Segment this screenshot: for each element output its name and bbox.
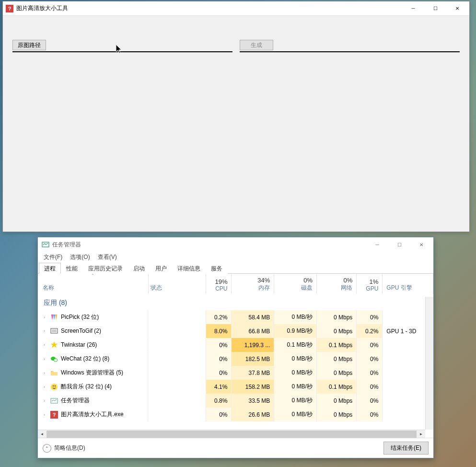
col-network[interactable]: 0%网络 <box>316 274 356 294</box>
source-image-box <box>12 51 232 52</box>
proc-memory: 158.2 MB <box>232 380 274 394</box>
col-memory[interactable]: 34%内存 <box>232 274 274 294</box>
tab-6[interactable]: 服务 <box>206 263 228 274</box>
fewer-details-button[interactable]: ⌃ 简略信息(D) <box>43 444 85 453</box>
col-name[interactable]: ⌃名称 <box>38 274 148 294</box>
expand-icon[interactable]: › <box>44 328 47 333</box>
generate-button[interactable]: 生成 <box>240 40 273 50</box>
tab-4[interactable]: 用户 <box>150 263 172 274</box>
fewer-details-label: 简略信息(D) <box>54 444 85 452</box>
col-disk[interactable]: 0%磁盘 <box>274 274 317 294</box>
proc-status <box>148 352 206 366</box>
proc-icon <box>50 397 58 405</box>
table-row[interactable]: ›任务管理器0.8%33.5 MB0 MB/秒0 Mbps0% <box>38 394 433 408</box>
proc-cpu: 0% <box>206 352 232 366</box>
proc-network: 0 Mbps <box>316 408 356 421</box>
proc-gpu: 0% <box>357 380 383 394</box>
proc-name-cell: ›ScreenToGif (2) <box>38 324 148 338</box>
output-panel: 生成 <box>240 40 460 52</box>
scroll-left-icon[interactable]: ◄ <box>38 430 46 438</box>
proc-name-cell: ›PicPick (32 位) <box>38 310 148 324</box>
horizontal-scrollbar[interactable]: ◄ ► <box>38 430 425 438</box>
close-button[interactable]: ✕ <box>446 1 468 15</box>
proc-gpu: 0% <box>357 352 383 366</box>
scroll-right-icon[interactable]: ► <box>417 430 425 438</box>
output-image-box <box>240 51 460 52</box>
proc-name-cell: ›酷我音乐 (32 位) (4) <box>38 380 148 394</box>
maximize-button[interactable]: ☐ <box>424 1 446 15</box>
proc-gpu: 0% <box>357 394 383 408</box>
proc-status <box>148 408 206 421</box>
svg-point-8 <box>55 385 56 386</box>
end-task-button[interactable]: 结束任务(E) <box>383 442 429 455</box>
expand-icon[interactable]: › <box>44 412 47 417</box>
proc-disk: 0 MB/秒 <box>274 394 317 408</box>
menu-view[interactable]: 查看(V) <box>94 252 121 262</box>
minimize-button[interactable]: ─ <box>402 1 424 15</box>
proc-icon: ? <box>50 411 58 419</box>
proc-network: 0.1 Mbps <box>316 338 356 352</box>
proc-disk: 0 MB/秒 <box>274 380 317 394</box>
expand-icon[interactable]: › <box>44 398 47 403</box>
expand-icon[interactable]: › <box>44 357 47 362</box>
tab-1[interactable]: 性能 <box>61 263 83 274</box>
menu-options[interactable]: 选项(O) <box>66 252 93 262</box>
col-cpu[interactable]: 19%CPU <box>206 274 232 294</box>
proc-disk: 0 MB/秒 <box>274 408 317 421</box>
table-row[interactable]: ›Windows 资源管理器 (5)0%37.8 MB0 MB/秒0 Mbps0… <box>38 366 433 380</box>
proc-network: 0 Mbps <box>316 394 356 408</box>
tab-2[interactable]: 应用历史记录 <box>83 263 128 274</box>
process-table: ⌃名称 状态 19%CPU 34%内存 0%磁盘 0%网络 1%GPU GPU … <box>38 274 433 421</box>
proc-name-cell: ›Twinkstar (26) <box>38 338 148 351</box>
tab-0[interactable]: 进程 <box>39 263 61 274</box>
svg-point-6 <box>51 384 58 390</box>
window-title: 任务管理器 <box>52 241 366 249</box>
group-header: 应用 (8) <box>38 294 433 310</box>
vertical-scrollbar[interactable] <box>425 297 433 430</box>
proc-memory: 26.6 MB <box>232 408 274 421</box>
scroll-thumb[interactable] <box>46 431 417 438</box>
table-row[interactable]: ›Twinkstar (26)0%1,199.3 ...0.1 MB/秒0.1 … <box>38 338 433 352</box>
proc-disk: 0 MB/秒 <box>274 310 317 324</box>
svg-rect-2 <box>52 329 57 332</box>
sort-arrow-icon: ⌃ <box>91 274 94 278</box>
proc-cpu: 4.1% <box>206 380 232 394</box>
proc-name: ScreenToGif (2) <box>61 327 101 334</box>
proc-memory: 66.8 MB <box>232 324 274 338</box>
proc-status <box>148 366 206 380</box>
col-gpu-engine[interactable]: GPU 引擎 <box>383 274 433 294</box>
table-row[interactable]: ›酷我音乐 (32 位) (4)4.1%158.2 MB0 MB/秒0.1 Mb… <box>38 380 433 394</box>
proc-status <box>148 394 206 408</box>
svg-point-7 <box>53 385 54 386</box>
proc-icon <box>50 383 58 391</box>
win2-titlebar[interactable]: 任务管理器 ─ ☐ ✕ <box>38 237 433 252</box>
expand-icon[interactable]: › <box>44 342 47 347</box>
table-row[interactable]: ›PicPick (32 位)0.2%58.4 MB0 MB/秒0 Mbps0% <box>38 310 433 324</box>
table-row[interactable]: ›WeChat (32 位) (8)0%182.5 MB0 MB/秒0 Mbps… <box>38 352 433 366</box>
app-icon: ? <box>6 5 13 12</box>
col-status[interactable]: 状态 <box>148 274 206 294</box>
table-row[interactable]: ›ScreenToGif (2)8.0%66.8 MB0.9 MB/秒0 Mbp… <box>38 324 433 338</box>
maximize-button[interactable]: ☐ <box>388 238 410 252</box>
tab-5[interactable]: 详细信息 <box>172 263 206 274</box>
expand-icon[interactable]: › <box>44 371 47 375</box>
expand-icon[interactable]: › <box>44 315 47 320</box>
col-gpu[interactable]: 1%GPU <box>357 274 383 294</box>
expand-icon[interactable]: › <box>44 385 47 389</box>
menu-file[interactable]: 文件(F) <box>40 252 66 262</box>
proc-cpu: 0% <box>206 366 232 380</box>
table-row[interactable]: ›?图片高清放大小工具.exe0%26.6 MB0 MB/秒0 Mbps0% <box>38 408 433 421</box>
proc-disk: 0 MB/秒 <box>274 366 317 380</box>
proc-name-cell: ›Windows 资源管理器 (5) <box>38 366 148 380</box>
proc-gpu: 0% <box>357 366 383 380</box>
minimize-button[interactable]: ─ <box>366 238 388 252</box>
proc-cpu: 8.0% <box>206 324 232 338</box>
close-button[interactable]: ✕ <box>410 238 432 252</box>
tab-3[interactable]: 启动 <box>128 263 150 274</box>
source-path-button[interactable]: 原图路径 <box>12 40 46 50</box>
taskmgr-icon <box>42 241 49 248</box>
table-header-row: ⌃名称 状态 19%CPU 34%内存 0%磁盘 0%网络 1%GPU GPU … <box>38 274 433 294</box>
proc-gpu: 0.2% <box>357 324 383 338</box>
win1-titlebar[interactable]: ? 图片高清放大小工具 ─ ☐ ✕ <box>3 1 469 16</box>
svg-rect-5 <box>51 372 58 375</box>
